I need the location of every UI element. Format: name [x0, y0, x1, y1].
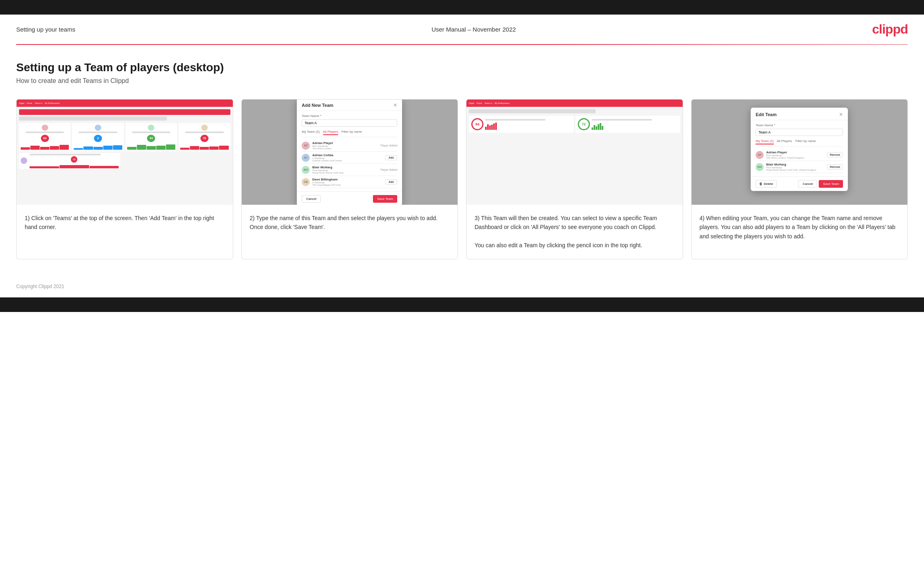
edit-player-name-1: Adrian Player	[766, 151, 824, 154]
delete-team-button[interactable]: 🗑 Delete	[756, 180, 777, 188]
save-team-button[interactable]: Save Team	[373, 195, 397, 203]
edit-player-row-2: BM Blair McHarg Plus HandicapRoyal North…	[756, 161, 843, 173]
ss1-nav-home: Home	[27, 102, 32, 104]
ss3-nav-bar: clippd Home Teams ▾ My Performance	[466, 100, 683, 107]
ss1-bars-4	[180, 144, 228, 150]
ss1-player-card-5: 72	[19, 153, 120, 169]
cancel-button[interactable]: Cancel	[302, 195, 321, 203]
player-sub-1: Plus HandicapThe Shire London	[312, 145, 378, 150]
edit-save-team-button[interactable]: Save Team	[819, 180, 843, 188]
ss3-info-2	[592, 119, 678, 130]
edit-cancel-button[interactable]: Cancel	[798, 180, 817, 188]
ss3-name-2	[592, 119, 652, 121]
ss3-bar	[491, 125, 493, 130]
player-status-1: Player Added	[381, 144, 398, 147]
ss1-bar	[94, 147, 103, 150]
player-info-3: Blair McHarg Plus HandicapRoyal North De…	[312, 165, 378, 174]
ss1-bars-2	[74, 144, 122, 150]
ss1-bar	[137, 145, 146, 150]
ss1-avatar-1	[42, 125, 48, 131]
ss1-bar	[219, 146, 228, 150]
ss1-bar	[200, 147, 209, 150]
ss3-player-card-1: 94	[469, 116, 574, 133]
ss1-player-card-3: 94	[126, 123, 177, 151]
edit-modal-close-icon[interactable]: ✕	[839, 112, 843, 117]
edit-team-modal: Edit Team ✕ Team Name * My Team (2) All …	[751, 108, 848, 191]
screenshot-4-edit-team-modal: Edit Team ✕ Team Name * My Team (2) All …	[692, 100, 908, 205]
remove-player-button-1[interactable]: Remove	[827, 152, 843, 157]
modal-body: Team Name * My Team (2) All Players Filt…	[297, 111, 402, 191]
screenshot-1-teams-dashboard: clippd Home Teams ▾ My Performance	[17, 100, 233, 205]
player-name-2: Adrian Coliba	[312, 153, 383, 157]
player-name-3: Blair McHarg	[312, 165, 378, 169]
ss1-players-grid: 84	[19, 123, 230, 151]
card-3-screenshot: clippd Home Teams ▾ My Performance 94	[466, 100, 683, 205]
ss3-score-2: 72	[578, 118, 590, 130]
ss3-bar	[489, 125, 491, 130]
ss1-name-3	[132, 132, 171, 133]
modal-player-row-2: AC Adrian Coliba 1 HandicapCentral Londo…	[302, 152, 397, 164]
team-name-input[interactable]	[302, 119, 397, 127]
card-3-text: 3) This Team will then be created. You c…	[466, 205, 683, 259]
modal-close-icon[interactable]: ✕	[393, 102, 397, 108]
card-2: Add New Team ✕ Team Name * My Team (2) A…	[241, 99, 458, 259]
edit-tab-my-team[interactable]: My Team (2)	[756, 138, 773, 144]
edit-tab-filter[interactable]: Filter by name	[795, 138, 816, 144]
ss1-filter-row	[19, 117, 167, 121]
ss1-name-1	[26, 132, 64, 133]
clippd-logo: clippd	[872, 22, 908, 37]
card-1-text: 1) Click on 'Teams' at the top of the sc…	[17, 205, 233, 259]
modal-title: Add New Team	[302, 103, 333, 108]
player-avatar-3: BM	[302, 166, 310, 174]
ss1-bottom-section: 72	[19, 153, 230, 169]
edit-player-avatar-2: BM	[756, 163, 764, 171]
edit-team-name-input[interactable]	[756, 129, 843, 136]
ss3-bar	[493, 123, 495, 130]
add-player-button-4[interactable]: Add	[385, 179, 397, 185]
tab-all-players[interactable]: All Players	[323, 129, 339, 135]
ss1-bar	[209, 146, 219, 150]
ss1-bar	[180, 148, 189, 150]
remove-player-button-2[interactable]: Remove	[827, 164, 843, 170]
edit-player-sub-1: Plus HandicapThe Shire London, United Ki…	[766, 154, 824, 159]
ss1-name-4	[185, 132, 224, 133]
main-content: Setting up a Team of players (desktop) H…	[0, 45, 924, 280]
card-4-text: 4) When editing your Team, you can chang…	[692, 205, 908, 259]
ss1-avatar-3	[148, 125, 154, 131]
ss1-player-card-4: 78	[179, 123, 230, 151]
edit-tab-all-players[interactable]: All Players	[777, 138, 792, 144]
tab-filter-by-name[interactable]: Filter by name	[341, 129, 362, 135]
ss3-score-1: 94	[471, 118, 483, 130]
ss1-name-2	[79, 132, 117, 133]
ss3-info-1	[485, 119, 571, 130]
ss3-bar	[596, 126, 597, 130]
add-team-modal: Add New Team ✕ Team Name * My Team (2) A…	[297, 100, 402, 205]
ss3-bars-1	[485, 122, 571, 130]
delete-label: Delete	[764, 182, 773, 186]
trash-icon: 🗑	[759, 182, 762, 186]
ss1-bar	[60, 165, 89, 168]
player-avatar-2: AC	[302, 154, 310, 162]
ss1-bar	[103, 146, 113, 150]
player-avatar-4: DB	[302, 178, 310, 186]
card-3: clippd Home Teams ▾ My Performance 94	[466, 99, 683, 259]
ss1-nav-bar: clippd Home Teams ▾ My Performance	[17, 100, 233, 107]
player-info-1: Adrian Player Plus HandicapThe Shire Lon…	[312, 141, 378, 150]
ss1-bar	[60, 145, 69, 150]
ss1-player-5-info: 72	[30, 154, 119, 168]
edit-player-info-1: Adrian Player Plus HandicapThe Shire Lon…	[766, 151, 824, 159]
header: Setting up your teams User Manual – Nove…	[0, 15, 924, 44]
edit-modal-body: Team Name * My Team (2) All Players Filt…	[751, 120, 848, 176]
team-name-label: Team Name *	[302, 114, 397, 118]
ss1-score-1: 84	[41, 135, 49, 142]
ss1-score-4: 78	[200, 135, 209, 142]
edit-modal-title: Edit Team	[756, 112, 777, 117]
page-subtitle: How to create and edit Teams in Clippd	[16, 77, 908, 85]
add-player-button-2[interactable]: Add	[385, 155, 397, 160]
ss3-nav-teams: Teams ▾	[484, 102, 492, 104]
modal-tabs: My Team (2) All Players Filter by name	[302, 129, 397, 137]
ss1-body: 84	[17, 107, 233, 205]
top-bar	[0, 0, 924, 15]
tab-my-team[interactable]: My Team (2)	[302, 129, 319, 135]
ss1-bar	[190, 146, 199, 150]
